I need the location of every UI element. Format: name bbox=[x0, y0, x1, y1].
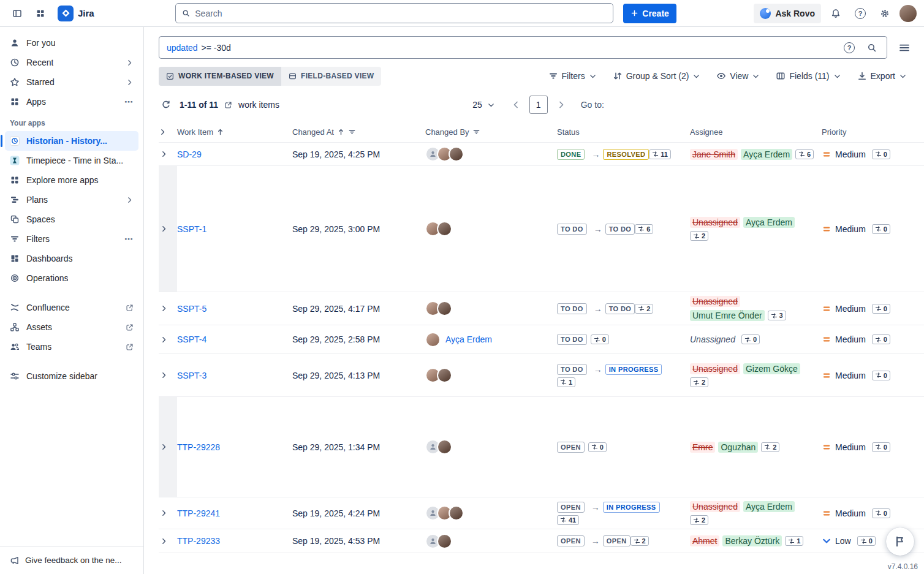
sidebar-item-explore-more-apps[interactable]: Explore more apps bbox=[5, 170, 138, 190]
change-count-badge: 6 bbox=[635, 224, 653, 234]
priority-cell: Medium0 bbox=[822, 221, 924, 238]
row-expand-button[interactable] bbox=[159, 292, 177, 325]
work-item-link[interactable]: SSPT-5 bbox=[177, 304, 206, 314]
chevron-right-icon bbox=[556, 100, 566, 110]
column-header-work-item[interactable]: Work Item bbox=[177, 127, 292, 137]
changed-by-name[interactable]: Ayça Erdem bbox=[445, 334, 492, 344]
priority-low-icon bbox=[822, 536, 831, 546]
filters-button[interactable]: Filters bbox=[542, 66, 603, 86]
export-button[interactable]: Export bbox=[851, 66, 913, 86]
column-header-assignee[interactable]: Assignee bbox=[690, 127, 822, 137]
row-expand-button[interactable] bbox=[159, 529, 177, 553]
user-avatar[interactable] bbox=[449, 505, 464, 521]
sidebar-item-filters[interactable]: Filters⋯ bbox=[5, 229, 138, 249]
column-header-status[interactable]: Status bbox=[557, 127, 690, 137]
sidebar-item-operations[interactable]: Operations bbox=[5, 268, 138, 288]
jira-home[interactable]: Jira bbox=[54, 6, 98, 21]
transition-arrow: → bbox=[594, 364, 602, 374]
sidebar-item-teams[interactable]: Teams bbox=[5, 337, 138, 357]
status-cell: TO DO0 bbox=[557, 330, 690, 349]
view-button[interactable]: View bbox=[710, 66, 766, 86]
sidebar-item-spaces[interactable]: Spaces bbox=[5, 210, 138, 229]
sidebar-item-confluence[interactable]: Confluence bbox=[5, 298, 138, 317]
row-expand-button[interactable] bbox=[159, 325, 177, 353]
menu-button[interactable] bbox=[896, 39, 913, 56]
help-button[interactable]: ? bbox=[850, 4, 870, 23]
sidebar-item-assets[interactable]: Assets bbox=[5, 317, 138, 337]
refresh-button[interactable] bbox=[159, 97, 173, 112]
settings-button[interactable] bbox=[875, 4, 895, 23]
sidebar-external-nav: ConfluenceAssetsTeams bbox=[5, 298, 138, 357]
jql-query-input[interactable]: updated >= -30d ? bbox=[159, 36, 887, 59]
sidebar-item-plans[interactable]: Plans bbox=[5, 190, 138, 210]
sidebar-item-starred[interactable]: Starred bbox=[5, 72, 138, 92]
row-expand-button[interactable] bbox=[159, 166, 177, 292]
sidebar-item-historian-history[interactable]: Historian - History... bbox=[5, 131, 138, 151]
create-button[interactable]: Create bbox=[623, 4, 676, 23]
work-item-link[interactable]: TTP-29228 bbox=[177, 442, 220, 452]
feedback-flag-button[interactable] bbox=[886, 527, 914, 556]
work-item-link[interactable]: SD-29 bbox=[177, 149, 202, 159]
fields-11-button[interactable]: Fields (11) bbox=[770, 66, 847, 86]
sidebar-item-apps[interactable]: Apps⋯ bbox=[5, 92, 138, 111]
more-icon[interactable]: ⋯ bbox=[124, 97, 134, 107]
page-size-select[interactable]: 25 bbox=[468, 96, 500, 113]
row-expand-button[interactable] bbox=[159, 143, 177, 165]
work-item-based-view-tab[interactable]: WORK ITEM-BASED VIEW bbox=[159, 67, 281, 86]
priority-medium-icon bbox=[822, 304, 831, 314]
field-based-view-tab[interactable]: FIELD-BASED VIEW bbox=[281, 67, 381, 86]
expand-all-header[interactable] bbox=[159, 128, 177, 136]
row-expand-button[interactable] bbox=[159, 497, 177, 529]
open-in-new-tab-icon[interactable] bbox=[224, 101, 232, 109]
global-search[interactable] bbox=[175, 3, 613, 23]
column-label: Changed By bbox=[425, 127, 469, 137]
assignee-cell: UnassignedGizem Gökçe2 bbox=[690, 360, 822, 391]
user-avatar[interactable] bbox=[437, 301, 452, 316]
user-avatar[interactable] bbox=[899, 5, 917, 22]
status-cell: OPEN→IN PROGRESS41 bbox=[557, 498, 690, 529]
user-avatar[interactable] bbox=[437, 439, 452, 455]
query-help-button[interactable]: ? bbox=[841, 40, 857, 56]
more-icon[interactable]: ⋯ bbox=[124, 234, 134, 244]
sidebar-item-for-you[interactable]: For you bbox=[5, 33, 138, 53]
transition-arrow: → bbox=[591, 502, 600, 512]
user-avatar[interactable] bbox=[425, 332, 441, 347]
change-count-badge: 0 bbox=[857, 536, 876, 546]
sidebar-item-dashboards[interactable]: Dashboards bbox=[5, 249, 138, 268]
app-switcher-button[interactable] bbox=[31, 4, 50, 23]
feedback-link[interactable]: Give feedback on the ne... bbox=[0, 546, 143, 574]
swap-icon bbox=[875, 372, 882, 379]
column-header-changed-at[interactable]: Changed At bbox=[292, 127, 425, 137]
collapse-sidebar-button[interactable] bbox=[7, 4, 27, 23]
column-header-priority[interactable]: Priority bbox=[822, 127, 924, 137]
ask-rovo-button[interactable]: Ask Rovo bbox=[754, 4, 821, 23]
priority-label: Medium bbox=[835, 442, 866, 452]
previous-page-button[interactable] bbox=[509, 97, 523, 112]
user-avatar[interactable] bbox=[437, 368, 452, 383]
sidebar-item-label: Operations bbox=[26, 273, 68, 283]
query-search-button[interactable] bbox=[865, 40, 879, 55]
group-sort-2-button[interactable]: Group & Sort (2) bbox=[607, 66, 707, 86]
notifications-button[interactable] bbox=[826, 4, 846, 23]
user-avatar[interactable] bbox=[449, 146, 464, 162]
work-item-link[interactable]: SSPT-1 bbox=[177, 224, 206, 234]
user-avatar[interactable] bbox=[437, 534, 452, 549]
sidebar-item-customize-sidebar[interactable]: Customize sidebar bbox=[5, 366, 138, 386]
work-item-link[interactable]: TTP-29233 bbox=[177, 536, 220, 546]
current-page[interactable]: 1 bbox=[529, 96, 548, 114]
change-count-badge: 0 bbox=[872, 334, 890, 344]
search-input[interactable] bbox=[195, 9, 607, 18]
sidebar-item-recent[interactable]: Recent bbox=[5, 53, 138, 72]
work-item-link[interactable]: TTP-29241 bbox=[177, 508, 220, 518]
chevron-right-icon bbox=[126, 78, 134, 86]
assignee-old: Unassigned bbox=[690, 363, 740, 374]
work-item-link[interactable]: SSPT-4 bbox=[177, 334, 206, 344]
user-avatar[interactable] bbox=[437, 221, 452, 236]
sidebar-item-timepiece-time-in-sta[interactable]: Timepiece - Time in Sta... bbox=[5, 151, 138, 170]
column-header-changed-by[interactable]: Changed By bbox=[425, 127, 557, 137]
row-expand-button[interactable] bbox=[159, 354, 177, 396]
row-expand-button[interactable] bbox=[159, 397, 177, 497]
next-page-button[interactable] bbox=[554, 97, 569, 112]
sidebar-item-label: Assets bbox=[26, 322, 52, 332]
work-item-link[interactable]: SSPT-3 bbox=[177, 371, 206, 380]
